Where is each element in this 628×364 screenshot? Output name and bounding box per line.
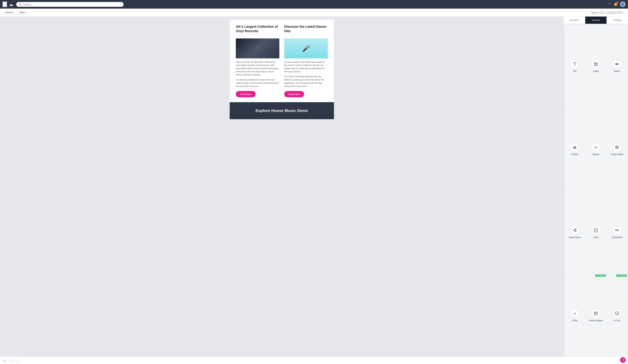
- block-social-follow[interactable]: Social Follow: [607, 108, 628, 190]
- block-image[interactable]: Image: [586, 24, 606, 107]
- block-video[interactable]: Video: [586, 191, 606, 274]
- forward-button[interactable]: →: [15, 358, 20, 363]
- navbar-right: ❓ 🔔 6 👤: [608, 1, 626, 7]
- help-label: Help: [19, 11, 24, 14]
- block-spacer[interactable]: Spacer: [586, 108, 606, 190]
- social-follow-block-icon: [613, 143, 621, 151]
- tab-content[interactable]: Content: [585, 16, 607, 24]
- svg-rect-9: [594, 148, 597, 148]
- svg-rect-8: [594, 147, 597, 147]
- svg-line-17: [574, 229, 575, 230]
- help-icon-button[interactable]: ❓: [608, 2, 611, 6]
- ai-text-block-icon: [613, 309, 621, 317]
- email-canvas: UK's Largest Collection of Vinyl Records…: [0, 16, 564, 364]
- app-logo: ☁: [9, 2, 13, 7]
- video-block-icon: [592, 226, 600, 234]
- col1-divider: [236, 36, 245, 36]
- html-block-label: HTML: [572, 319, 578, 322]
- bottom-bar: ↩ ← → ⬆: [0, 357, 628, 364]
- vinyl-image: [236, 38, 279, 58]
- actions-button[interactable]: Actions ▾: [2, 10, 16, 15]
- social-share-block-icon: [571, 226, 579, 234]
- col1-para1: Here at The Mix, we take pride in offeri…: [236, 61, 279, 76]
- svg-point-3: [595, 63, 596, 64]
- block-countdown[interactable]: 10s Countdown: [607, 191, 628, 274]
- svg-point-13: [575, 229, 576, 230]
- svg-line-16: [574, 231, 575, 231]
- social-share-block-label: Social Share: [569, 236, 581, 239]
- help-button[interactable]: Help ▾: [17, 10, 28, 15]
- block-html[interactable]: <> HTML: [564, 274, 585, 357]
- text-block-label: Text: [573, 70, 577, 72]
- block-divider[interactable]: Divider: [564, 108, 585, 190]
- search-bar: 🔍: [16, 2, 124, 7]
- svg-point-14: [573, 230, 574, 231]
- right-panel: Structure Content Settings Text: [564, 16, 628, 364]
- divider-block-label: Divider: [571, 153, 578, 156]
- question-icon: ❓: [608, 2, 611, 6]
- actions-label: Actions: [5, 11, 12, 14]
- search-icon: 🔍: [19, 3, 22, 6]
- svg-point-15: [575, 231, 576, 232]
- main-layout: UK's Largest Collection of Vinyl Records…: [0, 16, 628, 364]
- divider-block-icon: [571, 143, 579, 151]
- email-col-1: UK's Largest Collection of Vinyl Records…: [233, 24, 282, 97]
- forward-icon: →: [16, 359, 18, 362]
- svg-rect-5: [573, 146, 576, 147]
- undo-icon: ↩: [4, 359, 6, 362]
- image-block-label: Image: [593, 70, 599, 72]
- notification-badge: 6: [616, 1, 619, 4]
- email-body: UK's Largest Collection of Vinyl Records…: [230, 20, 334, 119]
- col2-para2: Our shop is constantly refreshed with ne…: [284, 75, 328, 88]
- spacer-block-label: Spacer: [592, 153, 599, 156]
- article-snippet-block-label: Article Snippet: [589, 319, 603, 322]
- block-article-snippet[interactable]: AI POWERED Article Snippet: [586, 274, 606, 357]
- save-icon: ⬆: [622, 358, 624, 362]
- svg-marker-19: [596, 230, 597, 231]
- block-ai-text[interactable]: AI POWERED Ai Text: [607, 274, 628, 357]
- spacer-block-icon: [592, 143, 600, 151]
- image-block-icon: [592, 60, 600, 68]
- block-text[interactable]: Text: [564, 24, 585, 107]
- tab-structure[interactable]: Structure: [564, 16, 585, 24]
- svg-rect-7: [573, 148, 576, 149]
- search-input[interactable]: [23, 3, 121, 6]
- subject-line-placeholder[interactable]: type your subject line...: [591, 10, 626, 14]
- button-block-label: Button: [614, 70, 620, 72]
- email-footer-section: Explore House Music Gems: [230, 102, 334, 119]
- col1-heading: UK's Largest Collection of Vinyl Records: [236, 24, 279, 33]
- countdown-block-label: Countdown: [612, 236, 623, 239]
- block-social-share[interactable]: Social Share: [564, 191, 585, 274]
- svg-rect-6: [573, 147, 576, 148]
- video-block-label: Video: [593, 236, 599, 239]
- avatar-image: 👤: [621, 2, 625, 6]
- col1-shop-button[interactable]: Shop Now: [236, 91, 256, 97]
- notifications-button[interactable]: 🔔 6: [614, 2, 618, 6]
- col2-shop-button[interactable]: Shop Now: [284, 91, 304, 97]
- mic-image: [284, 38, 328, 58]
- button-block-icon: [613, 60, 621, 68]
- svg-rect-20: [594, 312, 598, 315]
- email-col-2: Discover the Latest Dance Hits Are you l…: [282, 24, 330, 97]
- save-upload-button[interactable]: ⬆: [620, 357, 626, 363]
- back-icon: ←: [10, 359, 12, 362]
- col2-para1: Are you looking for the hottest dance tr…: [284, 61, 328, 73]
- avatar[interactable]: 👤: [620, 1, 626, 7]
- back-button[interactable]: ←: [8, 358, 13, 363]
- article-snippet-block-icon: [592, 309, 600, 317]
- footer-heading: Explore House Music Gems: [233, 108, 330, 113]
- ai-text-block-label: Ai Text: [614, 319, 620, 322]
- col1-para2: Our shop is a paradise for music lovers …: [236, 78, 279, 88]
- panel-tabs: Structure Content Settings: [564, 16, 628, 24]
- block-button[interactable]: Button: [607, 24, 628, 107]
- text-block-icon: [571, 60, 579, 68]
- hamburger-menu-button[interactable]: ☰: [2, 1, 7, 7]
- blocks-grid: Text Image: [564, 24, 628, 357]
- ai-powered-badge-text: AI POWERED: [616, 275, 627, 277]
- actions-chevron-icon: ▾: [12, 11, 13, 14]
- email-two-col-section: UK's Largest Collection of Vinyl Records…: [230, 20, 334, 102]
- help-chevron-icon: ▾: [24, 11, 25, 14]
- social-follow-block-label: Social Follow: [611, 153, 623, 156]
- tab-settings[interactable]: Settings: [607, 16, 628, 24]
- undo-button[interactable]: ↩: [2, 358, 7, 363]
